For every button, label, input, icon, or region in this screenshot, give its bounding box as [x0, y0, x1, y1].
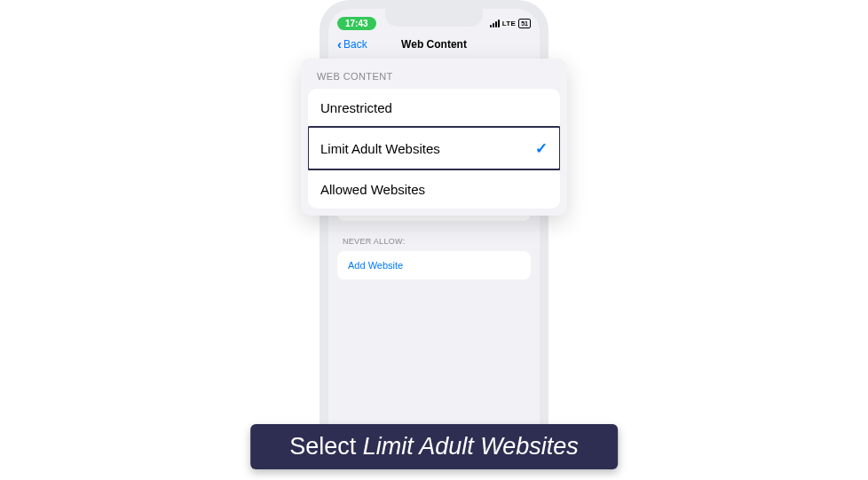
status-time-pill: 17:43 — [337, 17, 376, 30]
chevron-left-icon: ‹ — [337, 37, 342, 51]
back-button[interactable]: ‹ Back — [337, 37, 367, 51]
navigation-bar: ‹ Back Web Content — [328, 34, 540, 58]
options-list: Unrestricted Limit Adult Websites ✓ Allo… — [308, 89, 560, 209]
option-label: Allowed Websites — [320, 182, 425, 197]
caption-emphasis: Limit Adult Websites — [363, 433, 579, 460]
network-type-label: LTE — [502, 20, 516, 28]
signal-icon — [490, 20, 500, 28]
phone-notch — [385, 9, 483, 27]
option-allowed-websites[interactable]: Allowed Websites — [308, 169, 560, 209]
checkmark-icon: ✓ — [535, 139, 548, 158]
popup-section-header: WEB CONTENT — [308, 67, 560, 89]
battery-icon: 51 — [518, 19, 531, 28]
option-unrestricted[interactable]: Unrestricted — [308, 89, 560, 127]
status-right: LTE 51 — [490, 19, 531, 28]
never-allow-header: NEVER ALLOW: — [328, 232, 540, 251]
option-label: Unrestricted — [320, 100, 392, 115]
back-label: Back — [343, 38, 367, 51]
web-content-options-popup: WEB CONTENT Unrestricted Limit Adult Web… — [301, 59, 567, 216]
caption-prefix: Select — [289, 433, 363, 460]
option-label: Limit Adult Websites — [320, 141, 440, 156]
add-blocked-website-button[interactable]: Add Website — [337, 251, 531, 279]
page-title: Web Content — [401, 38, 467, 51]
instruction-caption: Select Limit Adult Websites — [250, 424, 618, 469]
option-limit-adult-websites[interactable]: Limit Adult Websites ✓ — [308, 127, 560, 169]
